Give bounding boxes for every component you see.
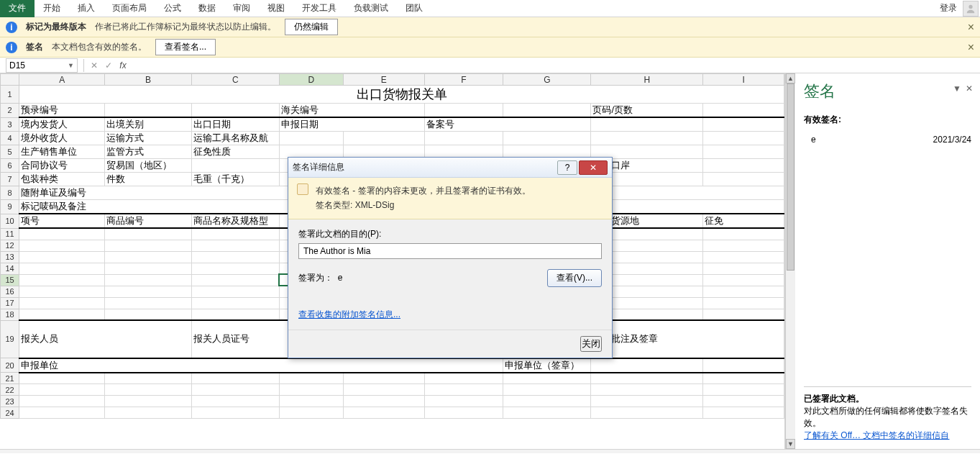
cell[interactable]: 合同协议号 bbox=[19, 159, 105, 173]
cell[interactable]: 运输方式 bbox=[105, 132, 192, 145]
column-headers[interactable]: A B C D E F G H I bbox=[1, 74, 784, 86]
row-header[interactable]: 8 bbox=[1, 186, 19, 200]
menu-devtools[interactable]: 开发工具 bbox=[293, 0, 345, 17]
row-header[interactable]: 11 bbox=[1, 228, 19, 240]
dialog-close-btn[interactable]: 关闭 bbox=[580, 336, 602, 352]
row-header[interactable]: 1 bbox=[1, 86, 19, 104]
cell[interactable]: 申报单位 bbox=[19, 358, 503, 373]
row-header[interactable]: 4 bbox=[1, 132, 19, 145]
scroll-down-icon[interactable]: ▼ bbox=[786, 439, 795, 449]
view-certificate-button[interactable]: 查看(V)... bbox=[547, 269, 602, 287]
row-header[interactable]: 24 bbox=[1, 407, 19, 419]
cell[interactable]: 包装种类 bbox=[19, 173, 105, 186]
col-header-B[interactable]: B bbox=[105, 74, 192, 86]
col-header-H[interactable]: H bbox=[591, 74, 703, 86]
menu-team[interactable]: 团队 bbox=[397, 0, 431, 17]
col-header-G[interactable]: G bbox=[503, 74, 591, 86]
pane-menu-icon[interactable]: ▼ bbox=[953, 83, 961, 94]
row-header[interactable]: 14 bbox=[1, 263, 19, 274]
scroll-up-icon[interactable]: ▲ bbox=[786, 73, 795, 83]
cell[interactable]: 境外收货人 bbox=[19, 132, 105, 145]
sheet-title[interactable]: 出口货物报关单 bbox=[19, 86, 784, 104]
cell[interactable]: 预录编号 bbox=[19, 104, 105, 118]
col-header-D[interactable]: D bbox=[279, 74, 343, 86]
purpose-input[interactable] bbox=[298, 243, 602, 259]
row-header[interactable]: 19 bbox=[1, 320, 19, 358]
cell[interactable]: 生产销售单位 bbox=[19, 145, 105, 159]
fx-cancel-icon[interactable]: ✕ bbox=[87, 60, 101, 71]
row-header[interactable]: 17 bbox=[1, 297, 19, 309]
pane-close-icon[interactable]: ✕ bbox=[966, 83, 973, 94]
col-header-A[interactable]: A bbox=[19, 74, 105, 86]
row-header[interactable]: 6 bbox=[1, 159, 19, 173]
row-header[interactable]: 9 bbox=[1, 200, 19, 214]
additional-sig-info-link[interactable]: 查看收集的附加签名信息... bbox=[298, 309, 400, 319]
menu-view[interactable]: 视图 bbox=[259, 0, 293, 17]
menu-formulas[interactable]: 公式 bbox=[155, 0, 190, 17]
login-link[interactable]: 登录 bbox=[934, 0, 963, 17]
cell[interactable]: 征免 bbox=[703, 214, 784, 228]
menu-file[interactable]: 文件 bbox=[0, 0, 35, 17]
dialog-help-button[interactable]: ? bbox=[557, 160, 577, 175]
cell[interactable]: 贸易国（地区） bbox=[105, 159, 192, 173]
fx-enter-icon[interactable]: ✓ bbox=[101, 60, 116, 71]
select-all-corner[interactable] bbox=[1, 74, 19, 86]
row-header[interactable]: 15 bbox=[1, 274, 19, 286]
cell[interactable]: 申报单位（签章） bbox=[503, 358, 591, 373]
row-header[interactable]: 18 bbox=[1, 309, 19, 320]
row-header[interactable]: 2 bbox=[1, 104, 19, 118]
cell[interactable]: 商品名称及规格型 bbox=[191, 214, 279, 228]
vertical-scrollbar[interactable]: ▲ ▼ bbox=[785, 73, 795, 449]
menu-pagelayout[interactable]: 页面布局 bbox=[104, 0, 155, 17]
menu-loadtest[interactable]: 负载测试 bbox=[345, 0, 397, 17]
cell[interactable]: 境内发货人 bbox=[19, 117, 105, 132]
col-header-F[interactable]: F bbox=[424, 74, 503, 86]
row-header[interactable]: 21 bbox=[1, 373, 19, 384]
cell[interactable]: 海关批注及签章 bbox=[591, 320, 784, 358]
cell[interactable]: 征免性质 bbox=[191, 145, 279, 159]
cell[interactable]: 页码/页数 bbox=[591, 104, 703, 118]
col-header-E[interactable]: E bbox=[343, 74, 424, 86]
cell[interactable]: 出境关别 bbox=[105, 117, 192, 132]
row-header[interactable]: 7 bbox=[1, 173, 19, 186]
cell[interactable]: 报关人员 bbox=[19, 320, 192, 358]
cell[interactable]: 海关编号 bbox=[279, 104, 424, 118]
menu-review[interactable]: 审阅 bbox=[224, 0, 259, 17]
scroll-thumb[interactable] bbox=[787, 83, 794, 271]
infobar-final-close[interactable]: × bbox=[968, 21, 974, 34]
row-header[interactable]: 23 bbox=[1, 396, 19, 407]
menu-home[interactable]: 开始 bbox=[35, 0, 69, 17]
cell[interactable]: 运输工具名称及航 bbox=[191, 132, 279, 145]
col-header-C[interactable]: C bbox=[191, 74, 279, 86]
cell[interactable]: 毛重（千克） bbox=[191, 173, 279, 186]
cell[interactable]: 备案号 bbox=[424, 117, 591, 132]
menu-insert[interactable]: 插入 bbox=[69, 0, 104, 17]
cell[interactable]: 件数 bbox=[105, 173, 192, 186]
signature-item[interactable]: e 2021/3/24 bbox=[804, 133, 971, 146]
name-box[interactable]: D15 ▼ bbox=[6, 58, 78, 73]
row-header[interactable]: 5 bbox=[1, 145, 19, 159]
row-header[interactable]: 22 bbox=[1, 384, 19, 396]
cell[interactable]: 申报日期 bbox=[279, 117, 424, 132]
row-header[interactable]: 3 bbox=[1, 117, 19, 132]
menu-data[interactable]: 数据 bbox=[190, 0, 224, 17]
dialog-close-button[interactable]: ✕ bbox=[579, 160, 608, 175]
row-header[interactable]: 16 bbox=[1, 286, 19, 297]
avatar-icon[interactable] bbox=[963, 1, 979, 17]
chevron-down-icon[interactable]: ▼ bbox=[68, 62, 74, 69]
learn-more-link[interactable]: 了解有关 Off… 文档中签名的详细信自 bbox=[804, 430, 971, 442]
cell[interactable]: 商品编号 bbox=[105, 214, 192, 228]
cell[interactable]: 监管方式 bbox=[105, 145, 192, 159]
cell[interactable]: 出口日期 bbox=[191, 117, 279, 132]
row-header[interactable]: 10 bbox=[1, 214, 19, 228]
row-header[interactable]: 13 bbox=[1, 251, 19, 263]
dialog-titlebar[interactable]: 签名详细信息 ? ✕ bbox=[288, 158, 612, 178]
row-header[interactable]: 20 bbox=[1, 358, 19, 373]
edit-anyway-button[interactable]: 仍然编辑 bbox=[285, 19, 338, 35]
infobar-sig-close[interactable]: × bbox=[968, 41, 974, 54]
formula-input[interactable] bbox=[130, 58, 980, 73]
view-signatures-button[interactable]: 查看签名... bbox=[155, 39, 216, 55]
col-header-I[interactable]: I bbox=[703, 74, 784, 86]
fx-icon[interactable]: fx bbox=[116, 60, 130, 71]
row-header[interactable]: 12 bbox=[1, 240, 19, 251]
